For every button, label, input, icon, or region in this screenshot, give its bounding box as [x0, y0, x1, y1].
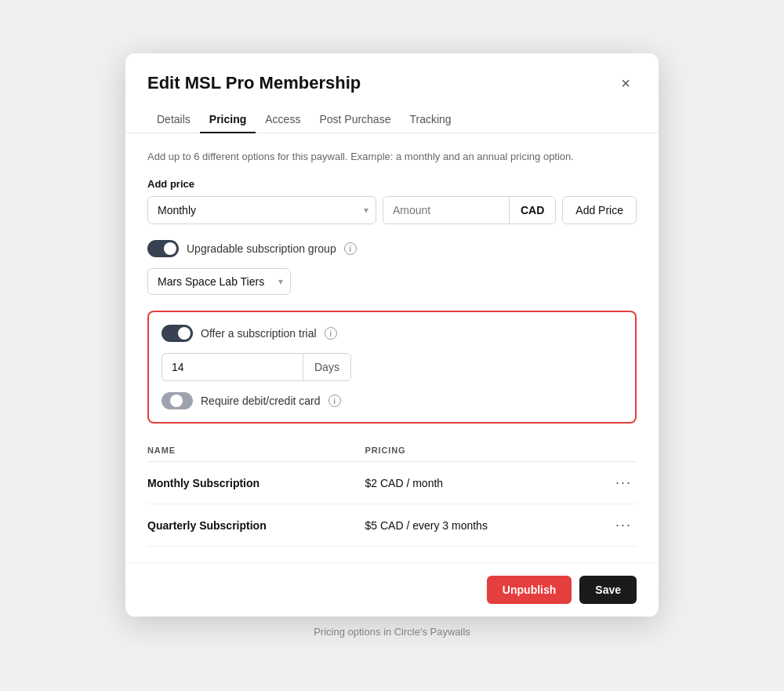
frequency-select-wrapper: Monthly Quarterly Annually One-time ▾	[147, 196, 376, 224]
offer-trial-label: Offer a subscription trial	[201, 327, 317, 340]
row-actions: ···	[590, 462, 637, 504]
add-price-button[interactable]: Add Price	[562, 196, 637, 224]
add-price-row: Monthly Quarterly Annually One-time ▾ CA…	[147, 196, 637, 224]
upgradable-toggle-row: Upgradable subscription group i	[147, 240, 637, 257]
require-card-toggle-slider	[162, 392, 193, 409]
require-card-label: Require debit/credit card	[201, 395, 321, 407]
row-name: Monthly Subscription	[147, 462, 365, 504]
trial-days-input[interactable]	[162, 353, 303, 381]
offer-trial-toggle-slider	[162, 325, 193, 342]
unpublish-button[interactable]: Unpublish	[487, 576, 572, 604]
frequency-select[interactable]: Monthly Quarterly Annually One-time	[147, 196, 376, 224]
modal-header: Edit MSL Pro Membership ×	[125, 53, 659, 94]
col-actions-header	[590, 439, 637, 462]
tab-tracking[interactable]: Tracking	[400, 107, 460, 133]
modal-footer: Unpublish Save	[125, 562, 659, 616]
modal-body: Add up to 6 different options for this p…	[125, 133, 659, 563]
group-select-wrapper: Mars Space Lab Tiers Option 2 ▾	[147, 268, 291, 295]
amount-input[interactable]	[383, 197, 509, 224]
amount-group: CAD	[383, 196, 556, 224]
caption-text: Pricing options in Circle's Paywalls	[314, 626, 470, 638]
require-card-toggle[interactable]	[162, 392, 193, 409]
offer-trial-info-icon[interactable]: i	[325, 327, 337, 340]
trial-days-unit: Days	[303, 353, 351, 381]
group-select[interactable]: Mars Space Lab Tiers Option 2	[147, 268, 291, 295]
upgradable-toggle[interactable]	[147, 240, 179, 257]
add-price-label: Add price	[147, 178, 637, 190]
tab-pricing[interactable]: Pricing	[200, 107, 256, 133]
upgradable-info-icon[interactable]: i	[344, 242, 357, 255]
row-more-button[interactable]: ···	[611, 473, 637, 493]
modal: Edit MSL Pro Membership × Details Pricin…	[125, 53, 659, 617]
row-name: Quarterly Subscription	[147, 504, 365, 547]
tab-post-purchase[interactable]: Post Purchase	[310, 107, 400, 133]
close-button[interactable]: ×	[615, 72, 637, 94]
row-pricing: $2 CAD / month	[365, 462, 590, 504]
require-card-row: Require debit/credit card i	[162, 392, 622, 409]
modal-wrapper: Edit MSL Pro Membership × Details Pricin…	[125, 53, 659, 638]
modal-title: Edit MSL Pro Membership	[147, 73, 361, 93]
table-row: Quarterly Subscription $5 CAD / every 3 …	[147, 504, 637, 547]
row-actions: ···	[590, 504, 637, 547]
offer-trial-row: Offer a subscription trial i	[162, 325, 622, 342]
tabs-bar: Details Pricing Access Post Purchase Tra…	[125, 107, 659, 133]
save-button[interactable]: Save	[579, 576, 637, 604]
tab-details[interactable]: Details	[147, 107, 200, 133]
tab-access[interactable]: Access	[256, 107, 310, 133]
currency-badge: CAD	[509, 197, 555, 224]
row-more-button[interactable]: ···	[611, 515, 637, 535]
helper-text: Add up to 6 different options for this p…	[147, 149, 637, 165]
offer-trial-toggle[interactable]	[162, 325, 193, 342]
pricing-table: NAME PRICING Monthly Subscription $2 CAD…	[147, 439, 637, 547]
require-card-info-icon[interactable]: i	[328, 395, 341, 407]
upgradable-label: Upgradable subscription group	[187, 242, 336, 255]
table-row: Monthly Subscription $2 CAD / month ···	[147, 462, 637, 504]
col-pricing-header: PRICING	[365, 439, 590, 462]
trial-section: Offer a subscription trial i Days Requir…	[147, 311, 637, 424]
upgradable-toggle-slider	[147, 240, 179, 257]
trial-duration-row: Days	[162, 353, 622, 381]
col-name-header: NAME	[147, 439, 365, 462]
row-pricing: $5 CAD / every 3 months	[365, 504, 590, 547]
